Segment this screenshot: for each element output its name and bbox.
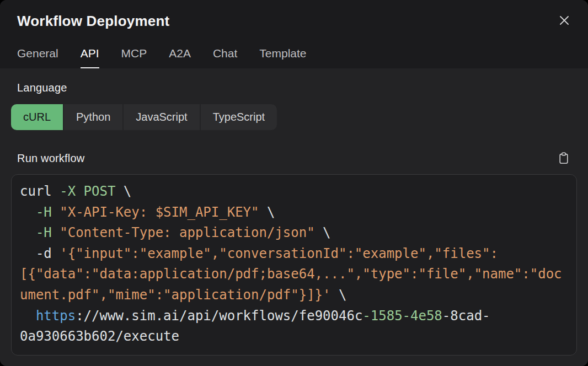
page-title: Workflow Deployment xyxy=(17,12,169,30)
language-option-python[interactable]: Python xyxy=(64,104,122,130)
close-button[interactable] xyxy=(556,12,573,29)
workflow-deployment-dialog: Workflow Deployment GeneralAPIMCPA2AChat… xyxy=(0,0,588,366)
language-label: Language xyxy=(17,82,577,94)
run-workflow-label: Run workflow xyxy=(17,152,84,165)
code-line: -H "X-API-Key: $SIM_API_KEY" \ xyxy=(20,202,568,223)
language-option-curl[interactable]: cURL xyxy=(11,104,63,130)
code-block: curl -X POST \ -H "X-API-Key: $SIM_API_K… xyxy=(11,174,577,356)
tab-general[interactable]: General xyxy=(17,47,58,68)
tab-template[interactable]: Template xyxy=(259,47,306,68)
tab-mcp[interactable]: MCP xyxy=(121,47,147,68)
language-option-javascript[interactable]: JavaScript xyxy=(124,104,199,130)
dialog-header: Workflow Deployment GeneralAPIMCPA2AChat… xyxy=(0,0,588,68)
title-row: Workflow Deployment xyxy=(17,12,573,30)
code-line: [{"data":"data:application/pdf;base64,..… xyxy=(20,264,568,285)
code-line: -H "Content-Type: application/json" \ xyxy=(20,223,568,244)
code-line: 0a930663b602/execute xyxy=(20,326,568,347)
run-workflow-row: Run workflow xyxy=(11,150,577,166)
close-icon xyxy=(558,14,570,26)
tab-a2a[interactable]: A2A xyxy=(169,47,191,68)
code-line: curl -X POST \ xyxy=(20,181,568,202)
language-segmented-control: cURLPythonJavaScriptTypeScript xyxy=(11,104,277,130)
code-line: https://www.sim.ai/api/workflows/fe90046… xyxy=(20,306,568,327)
tab-chat[interactable]: Chat xyxy=(213,47,237,68)
code-line: ument.pdf","mime":"application/pdf"}]}' … xyxy=(20,285,568,306)
copy-button[interactable] xyxy=(555,150,572,166)
clipboard-icon xyxy=(558,152,569,164)
dialog-content: Language cURLPythonJavaScriptTypeScript … xyxy=(0,68,588,366)
tab-api[interactable]: API xyxy=(81,47,99,68)
code-line: -d '{"input":"example","conversationId":… xyxy=(20,244,568,265)
tab-bar: GeneralAPIMCPA2AChatTemplate xyxy=(17,47,573,68)
language-option-typescript[interactable]: TypeScript xyxy=(201,104,277,130)
